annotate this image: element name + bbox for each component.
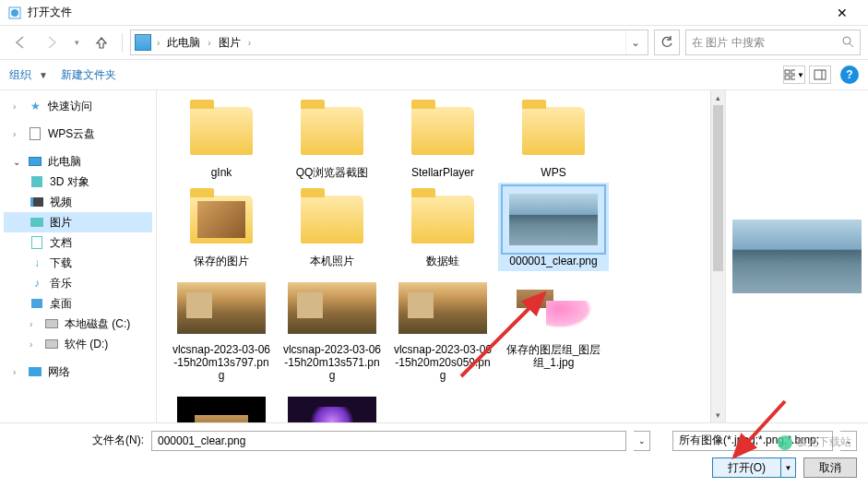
watermark: 极光下载站 [778,434,851,450]
scroll-down-icon[interactable]: ▾ [711,408,725,422]
file-label: 000001_clear.png [509,255,597,267]
folder-icon [301,196,363,244]
file-thumbnail [392,98,493,164]
file-item[interactable]: 截图1.jpg [277,386,387,422]
folder-icon [411,196,474,244]
refresh-button[interactable] [654,30,680,55]
app-icon [7,6,22,20]
folder-icon [522,107,585,155]
back-button[interactable] [7,30,33,55]
open-split-dropdown[interactable]: ▼ [781,457,796,478]
svg-rect-5 [791,70,795,74]
sidebar-item-downloads[interactable]: ↓下载 [4,253,152,273]
file-item[interactable]: vlcsnap-2023-03-06-15h20m13s571.png [277,271,387,386]
view-mode-button[interactable]: ▼ [783,65,805,84]
close-button[interactable]: ✕ [824,6,861,20]
button-bar: 打开(O) ▼ 取消 [0,457,868,487]
sidebar: ›★快速访问 ›WPS云盘 ⌄此电脑 3D 对象 视频 图片 文档 ↓下载 ♪音… [0,90,157,422]
file-thumbnail [171,389,272,422]
scroll-thumb[interactable] [713,105,723,271]
sidebar-this-pc[interactable]: ⌄此电脑 [4,151,152,172]
file-item[interactable]: 保存的图片 [166,183,277,271]
svg-rect-6 [785,76,790,79]
image-thumbnail [398,282,487,334]
scroll-up-icon[interactable]: ▴ [711,90,725,105]
filename-dropdown[interactable]: ⌄ [634,431,650,451]
file-item[interactable]: StellarPlayer [387,94,498,183]
file-item[interactable]: 000001_clear.png [498,183,609,271]
help-button[interactable]: ? [840,65,859,84]
svg-point-2 [843,37,850,44]
file-list[interactable]: gInkQQ浏览器截图StellarPlayerWPS保存的图片本机照片数据蛙0… [157,90,725,422]
sidebar-item-desktop[interactable]: 桌面 [4,293,152,314]
file-thumbnail [281,98,383,164]
sidebar-wps[interactable]: ›WPS云盘 [4,124,152,144]
titlebar: 打开文件 ✕ [0,0,868,26]
breadcrumb-dropdown[interactable]: ⌄ [625,30,644,54]
network-icon [28,364,42,379]
file-item[interactable]: gInk [166,94,277,183]
open-button[interactable]: 打开(O) [712,457,781,478]
breadcrumb[interactable]: › 此电脑 › 图片 › ⌄ [130,30,648,55]
sidebar-item-3d[interactable]: 3D 对象 [4,172,152,192]
cube-icon [30,174,44,189]
file-item[interactable]: WPS [498,94,609,183]
filename-label: 文件名(N): [92,433,144,448]
image-thumbnail [509,282,598,334]
crumb-chevron-icon[interactable]: › [157,38,160,48]
svg-rect-4 [785,70,790,74]
folder-icon [301,107,363,155]
file-thumbnail [392,186,493,253]
file-item[interactable]: 数据蛙 [387,183,498,271]
sidebar-item-pictures[interactable]: 图片 [4,212,152,232]
file-item[interactable]: 导出风景图层.png [166,386,277,422]
preview-pane [725,90,868,422]
sidebar-item-disk-d[interactable]: ›软件 (D:) [4,334,152,354]
file-label: vlcsnap-2023-03-06-15h20m13s571.png [281,343,383,382]
filename-input[interactable]: 000001_clear.png [151,431,626,451]
sidebar-item-music[interactable]: ♪音乐 [4,273,152,293]
crumb-chevron-icon[interactable]: › [208,38,210,48]
image-thumbnail [288,282,376,334]
sidebar-item-disk-c[interactable]: ›本地磁盘 (C:) [4,314,152,334]
up-button[interactable] [89,30,114,55]
file-item[interactable]: QQ浏览器截图 [277,94,387,183]
file-item[interactable]: 本机照片 [277,183,387,271]
new-folder-button[interactable]: 新建文件夹 [61,67,116,83]
search-input[interactable]: 在 图片 中搜索 [685,30,861,55]
scrollbar[interactable]: ▴ ▾ [710,90,725,422]
forward-button[interactable] [39,30,65,55]
recent-dropdown[interactable]: ▾ [70,30,83,55]
sidebar-network[interactable]: ›网络 [4,362,152,382]
image-thumbnail [288,397,376,422]
cancel-button[interactable]: 取消 [803,457,857,478]
crumb-this-pc[interactable]: 此电脑 [161,35,206,51]
file-thumbnail [281,186,383,253]
preview-pane-button[interactable] [809,65,831,84]
music-icon: ♪ [30,276,44,291]
file-item[interactable]: vlcsnap-2023-03-06-15h20m13s797.png [166,271,277,386]
file-thumbnail [171,98,272,164]
sidebar-item-documents[interactable]: 文档 [4,232,152,253]
image-thumbnail [509,194,598,245]
sidebar-item-videos[interactable]: 视频 [4,192,152,212]
organize-menu[interactable]: 组织 [9,67,31,83]
image-thumbnail [177,397,266,422]
file-item[interactable]: 保存的图层组_图层组_1.jpg [498,271,609,386]
nav-bar: ▾ › 此电脑 › 图片 › ⌄ 在 图片 中搜索 [0,26,868,59]
nav-separator [122,33,123,52]
crumb-pictures[interactable]: 图片 [213,35,246,51]
window-title: 打开文件 [28,5,824,20]
crumb-chevron-icon[interactable]: › [248,38,251,48]
folder-icon [411,107,474,155]
watermark-icon [778,435,792,450]
sidebar-quick-access[interactable]: ›★快速访问 [4,96,152,116]
search-icon [841,35,854,51]
file-thumbnail [503,186,604,253]
download-icon: ↓ [30,255,44,270]
organize-dropdown-icon[interactable]: ▼ [39,70,48,80]
search-placeholder: 在 图片 中搜索 [692,35,841,51]
file-thumbnail [171,186,272,253]
file-item[interactable]: vlcsnap-2023-03-06-15h20m20s059.png [387,271,498,386]
file-thumbnail [392,275,493,341]
